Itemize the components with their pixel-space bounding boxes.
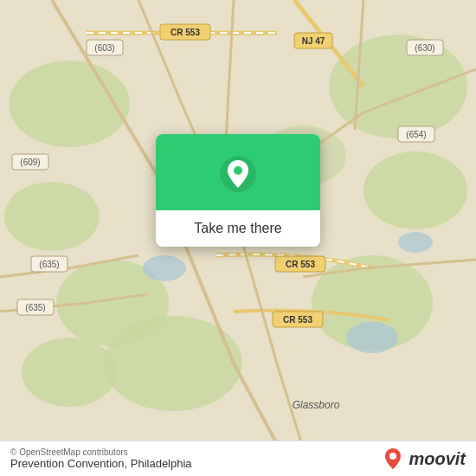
moovit-logo: moovit: [381, 447, 466, 471]
svg-text:(609): (609): [20, 158, 40, 167]
svg-point-1: [9, 61, 130, 147]
map-pin-icon: [219, 155, 257, 193]
moovit-text: moovit: [408, 449, 466, 469]
svg-point-3: [363, 151, 467, 229]
bottom-left-section: © OpenStreetMap contributors Prevention …: [10, 447, 192, 470]
svg-text:CR 553: CR 553: [283, 315, 312, 325]
svg-point-10: [143, 255, 186, 281]
svg-text:(603): (603): [94, 43, 114, 53]
svg-point-40: [234, 166, 242, 175]
svg-text:(654): (654): [406, 130, 426, 139]
osm-credit: © OpenStreetMap contributors: [10, 447, 192, 457]
svg-point-8: [22, 338, 117, 407]
svg-text:NJ 47: NJ 47: [302, 36, 325, 46]
svg-text:(630): (630): [415, 43, 434, 53]
svg-point-12: [398, 232, 433, 253]
svg-text:Glassboro: Glassboro: [293, 399, 340, 411]
svg-text:CR 553: CR 553: [170, 28, 200, 37]
map-container: CR 553 NJ 47 (603) (630) (654) (609) CR …: [0, 0, 476, 476]
svg-point-41: [389, 453, 396, 460]
location-card: Take me there: [156, 134, 320, 247]
svg-text:CR 553: CR 553: [286, 260, 315, 269]
card-green-header: [156, 134, 320, 210]
svg-point-4: [4, 182, 100, 251]
take-me-there-button[interactable]: Take me there: [156, 210, 320, 247]
bottom-bar: © OpenStreetMap contributors Prevention …: [0, 441, 476, 476]
moovit-icon: [381, 447, 405, 471]
location-name: Prevention Convention, Philadelphia: [10, 457, 192, 470]
svg-text:(635): (635): [25, 303, 45, 312]
svg-text:(635): (635): [39, 260, 59, 269]
svg-point-11: [346, 322, 398, 353]
